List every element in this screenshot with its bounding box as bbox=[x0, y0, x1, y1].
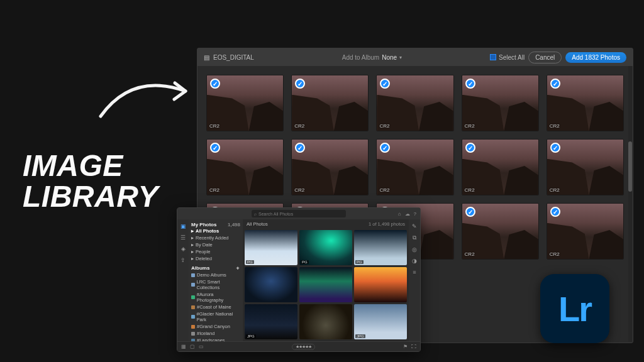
chevron-down-icon: ▾ bbox=[399, 55, 402, 60]
selected-check-icon[interactable]: ✓ bbox=[550, 207, 560, 217]
discover-tab-icon[interactable]: ◈ bbox=[180, 246, 186, 252]
source-breadcrumb[interactable]: EOS_DIGITAL bbox=[213, 54, 254, 61]
sidebar-view-item[interactable]: ▸Deleted bbox=[191, 255, 240, 262]
album-label: Demo Albums bbox=[197, 272, 226, 278]
album-item[interactable]: LRC Smart Collections bbox=[191, 278, 240, 291]
file-format-label: CR2 bbox=[379, 123, 389, 129]
library-bottombar: ▦ ▢ ▭ ★★★★★ ⚑ ⛶ bbox=[177, 341, 420, 351]
import-thumbnail[interactable]: ✓CR2 bbox=[291, 139, 369, 195]
album-item[interactable]: #Aurora Photography bbox=[191, 291, 240, 304]
view-label: By Date bbox=[196, 242, 213, 248]
add-album-icon[interactable]: ＋ bbox=[235, 265, 240, 272]
import-thumbnail[interactable]: ✓CR2 bbox=[462, 139, 539, 195]
album-label: #Glacier National Park bbox=[197, 311, 240, 322]
selected-check-icon[interactable]: ✓ bbox=[550, 79, 560, 89]
library-thumbnail[interactable]: PG bbox=[354, 230, 407, 265]
import-thumbnail[interactable]: ✓CR2 bbox=[462, 75, 539, 131]
library-main: All Photos 1 of 1,498 photos PGPGPGJPGJP… bbox=[243, 219, 409, 341]
edit-icon[interactable]: ✎ bbox=[412, 223, 417, 229]
selected-check-icon[interactable]: ✓ bbox=[465, 207, 475, 217]
import-scrollbar[interactable] bbox=[628, 66, 632, 342]
cancel-button[interactable]: Cancel bbox=[528, 52, 562, 63]
library-thumbnail[interactable] bbox=[299, 267, 352, 302]
album-swatch-icon bbox=[191, 332, 195, 336]
file-format-label: CR2 bbox=[465, 123, 475, 129]
add-photos-button[interactable]: Add 1832 Photos bbox=[565, 52, 626, 63]
import-thumbnail[interactable]: ✓CR2 bbox=[291, 75, 369, 131]
square-view-icon[interactable]: ▢ bbox=[190, 344, 195, 349]
photos-tab-icon[interactable]: ▣ bbox=[180, 223, 186, 229]
zoom-fit-icon[interactable]: ⛶ bbox=[411, 344, 416, 349]
compare-view-icon[interactable]: ▭ bbox=[199, 344, 204, 349]
search-input[interactable]: ⌕ Search All Photos bbox=[252, 210, 346, 217]
lightroom-logo: Lr bbox=[540, 274, 609, 343]
library-grid: PGPGPGJPGJPG bbox=[243, 228, 409, 341]
crop-icon[interactable]: ⧉ bbox=[413, 234, 416, 241]
file-format-label: CR2 bbox=[550, 187, 560, 193]
arrow-icon bbox=[94, 69, 201, 126]
heal-icon[interactable]: ◎ bbox=[412, 246, 417, 253]
headline-line-1: IMAGE bbox=[23, 151, 158, 182]
album-item[interactable]: #Grand Canyon bbox=[191, 323, 240, 330]
album-item[interactable]: #Glacier National Park bbox=[191, 310, 240, 323]
sidebar-view-item[interactable]: ▸All Photos bbox=[191, 228, 240, 234]
view-label: Recently Added bbox=[196, 235, 229, 241]
file-format-label: CR2 bbox=[294, 187, 304, 193]
import-thumbnail[interactable]: ✓CR2 bbox=[376, 75, 453, 131]
thumb-tag: PG bbox=[246, 260, 254, 264]
library-thumbnail[interactable] bbox=[354, 267, 407, 302]
import-thumbnail[interactable]: ✓CR2 bbox=[206, 139, 284, 195]
file-format-label: CR2 bbox=[209, 187, 219, 193]
library-thumbnail[interactable]: JPG bbox=[245, 304, 297, 339]
album-item[interactable]: #Coast of Maine bbox=[191, 304, 240, 310]
selected-check-icon[interactable]: ✓ bbox=[465, 143, 475, 153]
album-label: #Coast of Maine bbox=[197, 304, 231, 310]
library-thumbnail[interactable]: PG bbox=[299, 230, 352, 265]
album-label: #Iceland bbox=[197, 331, 214, 336]
grid-view-icon[interactable]: ▦ bbox=[181, 344, 186, 349]
help-icon[interactable]: ? bbox=[414, 211, 416, 217]
logo-text: Lr bbox=[558, 288, 591, 329]
view-label: People bbox=[196, 249, 210, 255]
import-thumbnail[interactable]: ✓CR2 bbox=[547, 203, 624, 260]
selected-check-icon[interactable]: ✓ bbox=[465, 79, 475, 89]
view-label: Deleted bbox=[196, 256, 212, 261]
home-icon[interactable]: ⌂ bbox=[398, 211, 401, 217]
album-swatch-icon bbox=[191, 273, 195, 277]
library-thumbnail[interactable] bbox=[245, 267, 297, 302]
left-rail: ▣ ☰ ◈ ⇪ bbox=[177, 219, 189, 341]
learn-tab-icon[interactable]: ☰ bbox=[180, 234, 186, 241]
bullet-icon: ▸ bbox=[191, 235, 194, 241]
cloud-icon[interactable]: ☁ bbox=[405, 211, 410, 217]
rating-filter[interactable]: ★★★★★ bbox=[292, 344, 315, 350]
sidebar-view-item[interactable]: ▸Recently Added bbox=[191, 234, 240, 241]
my-photos-header[interactable]: My Photos 1,498 bbox=[191, 222, 240, 228]
selected-check-icon[interactable]: ✓ bbox=[550, 143, 560, 153]
share-tab-icon[interactable]: ⇪ bbox=[180, 257, 186, 263]
sidebar-view-item[interactable]: ▸By Date bbox=[191, 241, 240, 248]
sidebar-view-item[interactable]: ▸People bbox=[191, 248, 240, 255]
flag-icon[interactable]: ⚑ bbox=[403, 344, 408, 349]
select-all-toggle[interactable]: Select All bbox=[490, 54, 525, 61]
library-thumbnail[interactable]: JPG bbox=[354, 304, 407, 339]
album-label: #Grand Canyon bbox=[197, 324, 230, 329]
import-thumbnail[interactable]: ✓CR2 bbox=[547, 139, 624, 195]
library-thumbnail[interactable]: PG bbox=[245, 230, 297, 265]
import-thumbnail[interactable]: ✓CR2 bbox=[376, 139, 453, 195]
import-thumbnail[interactable]: ✓CR2 bbox=[547, 75, 624, 131]
import-thumbnail[interactable]: ✓CR2 bbox=[206, 75, 284, 131]
albums-header[interactable]: Albums ＋ bbox=[191, 265, 240, 272]
album-item[interactable]: Demo Albums bbox=[191, 272, 240, 278]
scrollbar-handle[interactable] bbox=[628, 141, 632, 192]
album-item[interactable]: #Iceland bbox=[191, 330, 240, 337]
view-label: All Photos bbox=[196, 228, 219, 234]
add-to-album-label: Add to Album bbox=[342, 54, 379, 61]
selected-check-icon[interactable]: ✓ bbox=[210, 143, 220, 153]
import-thumbnail[interactable]: ✓CR2 bbox=[462, 203, 539, 260]
presets-icon[interactable]: ≡ bbox=[413, 269, 416, 275]
library-thumbnail[interactable] bbox=[299, 304, 352, 339]
selected-check-icon[interactable]: ✓ bbox=[210, 79, 220, 89]
album-item[interactable]: #Landscapes bbox=[191, 337, 240, 341]
mask-icon[interactable]: ◑ bbox=[412, 258, 417, 264]
add-to-album-select[interactable]: Add to Album None ▾ bbox=[342, 54, 402, 61]
